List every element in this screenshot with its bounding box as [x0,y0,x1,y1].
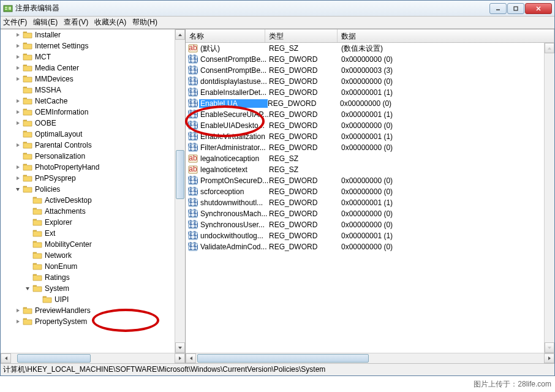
value-row[interactable]: ab(默认)REG_SZ(数值未设置) [186,43,544,54]
chevron-right-icon[interactable] [14,175,21,182]
chevron-down-icon[interactable] [24,285,31,292]
tree-item-label: NetCache [35,97,67,105]
tree-item[interactable]: NetCache [1,96,175,107]
tree-item[interactable]: PropertySystem [1,316,175,327]
chevron-right-icon[interactable] [14,31,21,39]
chevron-right-icon[interactable] [14,108,21,116]
menu-view[interactable]: 查看(V) [64,17,88,28]
scroll-right-button[interactable] [544,353,554,363]
tree-hscrollbar[interactable] [1,353,185,363]
chevron-right-icon[interactable] [14,164,21,171]
svg-marker-9 [17,44,20,48]
col-header-type[interactable]: 类型 [265,29,338,42]
value-row[interactable]: 011110SynchronousUser...REG_DWORD0x00000… [186,219,544,230]
tree-item[interactable]: MobilityCenter [1,239,175,250]
menu-help[interactable]: 帮助(H) [132,17,157,28]
tree-item[interactable]: UIPI [1,294,175,305]
tree-item[interactable]: Ratings [1,272,175,283]
menu-edit[interactable]: 编辑(E) [33,17,58,28]
value-row[interactable]: ablegalnoticecaptionREG_SZ [186,153,544,164]
value-row[interactable]: 011110EnableVirtualizationREG_DWORD0x000… [186,131,544,142]
tree-item[interactable]: Parental Controls [1,140,175,151]
tree-item[interactable]: MMDevices [1,74,175,85]
tree-item[interactable]: PnPSysprep [1,173,175,184]
minimize-button[interactable] [489,3,507,14]
value-row[interactable]: 011110PromptOnSecureD...REG_DWORD0x00000… [186,175,544,186]
value-row[interactable]: 011110scforceoptionREG_DWORD0x00000000 (… [186,186,544,197]
tree-item[interactable]: Attachments [1,206,175,217]
tree-item[interactable]: Installer [1,29,175,40]
value-row[interactable]: 011110ConsentPromptBe...REG_DWORD0x00000… [186,54,544,65]
value-data: 0x00000001 (1) [341,88,544,97]
scroll-up-button[interactable] [175,29,185,40]
value-row[interactable]: 011110EnableInstallerDet...REG_DWORD0x00… [186,87,544,98]
menu-favorites[interactable]: 收藏夹(A) [94,17,126,28]
value-row[interactable]: 011110EnableSecureUIAP...REG_DWORD0x0000… [186,109,544,120]
value-row[interactable]: 011110EnableUIADeskto...REG_DWORD0x00000… [186,120,544,131]
value-row[interactable]: 011110shutdownwithoutl...REG_DWORD0x0000… [186,197,544,208]
close-button[interactable] [525,3,552,14]
tree-item[interactable]: Media Center [1,62,175,74]
value-name: ConsentPromptBe... [200,55,269,64]
value-row[interactable]: 011110ConsentPromptBe...REG_DWORD0x00000… [186,65,544,76]
chevron-right-icon[interactable] [14,318,21,325]
value-row[interactable]: 011110FilterAdministrator...REG_DWORD0x0… [186,142,544,153]
chevron-right-icon[interactable] [14,75,21,83]
tree-item[interactable]: Explorer [1,217,175,228]
scroll-thumb[interactable] [17,354,91,363]
tree-item-label: System [45,284,69,293]
chevron-right-icon[interactable] [14,119,21,127]
tree-item[interactable]: Policies [1,184,175,195]
value-type: REG_DWORD [269,88,341,97]
tree-item[interactable]: System [1,283,175,294]
chevron-right-icon[interactable] [14,42,21,50]
tree-item[interactable]: ActiveDesktop [1,195,175,206]
tree-item[interactable]: OptimalLayout [1,129,175,140]
menu-file[interactable]: 文件(F) [3,17,27,28]
value-row[interactable]: 011110SynchronousMach...REG_DWORD0x00000… [186,208,544,219]
chevron-right-icon[interactable] [14,64,21,72]
svg-rect-5 [514,7,518,10]
tree-item[interactable]: NonEnum [1,261,175,272]
tree-vscrollbar[interactable] [175,29,185,353]
col-header-name[interactable]: 名称 [186,29,265,42]
tree-item-label: OEMInformation [35,108,88,116]
scroll-left-button[interactable] [186,353,196,363]
value-row[interactable]: ablegalnoticetextREG_SZ [186,164,544,175]
svg-marker-15 [17,121,20,125]
chevron-right-icon[interactable] [14,307,21,314]
svg-marker-19 [16,188,20,191]
col-header-data[interactable]: 数据 [338,29,554,42]
value-row[interactable]: 011110dontdisplaylastuse...REG_DWORD0x00… [186,76,544,87]
tree-item[interactable]: PhotoPropertyHand [1,162,175,173]
chevron-right-icon[interactable] [14,97,21,105]
scroll-down-button[interactable] [545,342,554,353]
tree-item[interactable]: Ext [1,228,175,239]
value-row[interactable]: 011110EnableLUAREG_DWORD0x00000000 (0) [186,98,544,109]
value-row[interactable]: 011110ValidateAdminCod...REG_DWORD0x0000… [186,241,544,252]
chevron-down-icon[interactable] [14,186,21,193]
chevron-right-icon[interactable] [14,141,21,149]
scroll-left-button[interactable] [1,353,11,363]
titlebar[interactable]: 注册表编辑器 [1,1,554,17]
tree-item[interactable]: PreviewHandlers [1,305,175,316]
scroll-thumb[interactable] [197,354,369,363]
scroll-down-button[interactable] [175,342,185,353]
tree-item[interactable]: Network [1,250,175,261]
tree-item[interactable]: Internet Settings [1,40,175,51]
list-vscrollbar[interactable] [544,43,554,353]
tree-item[interactable]: Personalization [1,151,175,162]
scroll-up-button[interactable] [545,43,554,53]
tree-item[interactable]: MCT [1,51,175,62]
value-name: EnableVirtualization [200,132,269,141]
maximize-button[interactable] [507,3,524,14]
tree-item[interactable]: MSSHA [1,85,175,96]
chevron-right-icon[interactable] [14,53,21,61]
tree-item[interactable]: OEMInformation [1,107,175,118]
scroll-right-button[interactable] [175,353,185,363]
value-row[interactable]: 011110undockwithoutlog...REG_DWORD0x0000… [186,230,544,241]
scroll-thumb[interactable] [176,150,184,199]
tree-item[interactable]: OOBE [1,118,175,129]
expander-none [14,86,21,94]
list-hscrollbar[interactable] [186,353,554,363]
